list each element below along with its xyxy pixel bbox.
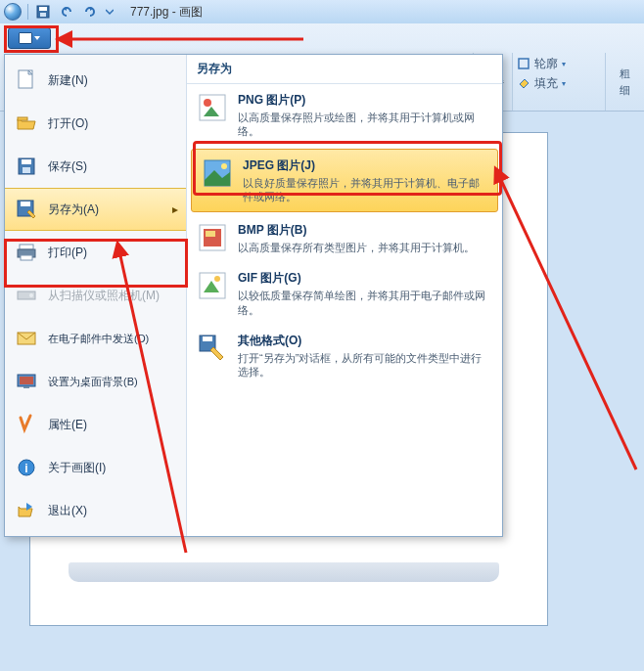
menu-scanner-label: 从扫描仪或照相机(M): [48, 288, 160, 304]
file-menu-right: 另存为 PNG 图片(P) 以高质量保存照片或绘图，并将其用于计算机或网络。 J…: [187, 55, 502, 536]
saveas-icon: [15, 198, 38, 221]
svg-point-25: [221, 163, 227, 169]
svg-rect-5: [18, 117, 27, 120]
submenu-other-desc: 打开“另存为”对话框，从所有可能的文件类型中进行选择。: [238, 351, 492, 380]
submenu-png-desc: 以高质量保存照片或绘图，并将其用于计算机或网络。: [238, 111, 492, 139]
svg-point-15: [29, 293, 33, 297]
submenu-title: 另存为: [187, 55, 502, 84]
annotation-arrow-jpeg: [480, 166, 644, 482]
file-menu: 新建(N) 打开(O) 保存(S) 另存为(A) 打印(P): [4, 54, 503, 537]
submenu-jpeg-title: JPEG 图片(J): [243, 157, 487, 174]
submenu-bmp-title: BMP 图片(B): [238, 222, 492, 239]
qat-customize-caret[interactable]: [105, 3, 115, 21]
svg-rect-7: [22, 159, 31, 164]
open-icon: [15, 112, 38, 135]
menu-email-label: 在电子邮件中发送(D): [48, 332, 149, 346]
menu-open[interactable]: 打开(O): [5, 102, 186, 145]
print-icon: [15, 241, 38, 264]
svg-line-35: [499, 176, 636, 470]
menu-about-label: 关于画图(I): [48, 460, 106, 476]
svg-rect-32: [203, 336, 212, 341]
svg-rect-1: [39, 7, 47, 11]
thickness-label-1: 粗: [620, 67, 630, 81]
submenu-other-title: 其他格式(O): [238, 333, 492, 349]
about-icon: i: [15, 456, 38, 479]
menu-saveas[interactable]: 另存为(A): [5, 188, 186, 231]
canvas-content-bottom: [69, 562, 499, 582]
submenu-png-title: PNG 图片(P): [238, 92, 492, 109]
submenu-other[interactable]: 其他格式(O) 打开“另存为”对话框，从所有可能的文件类型中进行选择。: [187, 325, 502, 387]
fill-icon: [517, 76, 530, 90]
bmp-icon: [197, 222, 228, 253]
svg-rect-10: [21, 201, 30, 206]
menu-wallpaper[interactable]: 设置为桌面背景(B): [5, 360, 186, 403]
menu-properties[interactable]: 属性(E): [5, 403, 186, 446]
exit-icon: [15, 499, 38, 522]
gif-icon: [197, 270, 228, 301]
scanner-icon: [15, 284, 38, 307]
menu-new-label: 新建(N): [48, 72, 88, 89]
menu-print[interactable]: 打印(P): [5, 231, 186, 274]
titlebar: 777.jpg - 画图: [0, 0, 644, 23]
outline-icon: [517, 57, 530, 70]
fill-label: 填充: [534, 75, 558, 92]
svg-rect-28: [206, 231, 215, 237]
file-tab-icon: [19, 32, 32, 44]
svg-point-23: [204, 99, 211, 107]
submenu-png[interactable]: PNG 图片(P) 以高质量保存照片或绘图，并将其用于计算机或网络。: [187, 84, 502, 147]
svg-rect-2: [40, 13, 46, 17]
svg-point-30: [214, 276, 220, 282]
submenu-gif-title: GIF 图片(G): [238, 270, 492, 287]
qat-redo-button[interactable]: [81, 3, 99, 21]
menu-properties-label: 属性(E): [48, 417, 87, 433]
separator: [27, 4, 28, 20]
submenu-bmp[interactable]: BMP 图片(B) 以高质量保存所有类型图片，并将其用于计算机。: [187, 214, 502, 262]
menu-email[interactable]: 在电子邮件中发送(D): [5, 317, 186, 360]
email-icon: [15, 327, 38, 350]
svg-rect-18: [20, 377, 33, 384]
wallpaper-icon: [15, 370, 38, 393]
menu-print-label: 打印(P): [48, 245, 87, 261]
new-icon: [15, 68, 38, 92]
menu-save[interactable]: 保存(S): [5, 145, 186, 188]
submenu-bmp-desc: 以高质量保存所有类型图片，并将其用于计算机。: [238, 241, 492, 254]
other-icon: [197, 333, 228, 364]
file-menu-left: 新建(N) 打开(O) 保存(S) 另存为(A) 打印(P): [5, 55, 187, 536]
svg-rect-11: [20, 245, 33, 249]
svg-rect-3: [519, 59, 529, 68]
menu-new[interactable]: 新建(N): [5, 59, 186, 102]
svg-text:i: i: [24, 462, 27, 475]
caret-icon: ▾: [562, 60, 566, 68]
menu-exit[interactable]: 退出(X): [5, 489, 186, 532]
menu-save-label: 保存(S): [48, 158, 87, 175]
caret-icon: ▾: [562, 79, 566, 88]
fill-button[interactable]: 填充 ▾: [517, 74, 601, 92]
window-title: 777.jpg - 画图: [130, 4, 203, 21]
thickness-label-2: 细: [620, 83, 630, 98]
svg-rect-8: [23, 167, 30, 173]
svg-rect-13: [21, 255, 32, 260]
menu-scanner: 从扫描仪或照相机(M): [5, 274, 186, 317]
svg-rect-19: [23, 386, 29, 388]
submenu-jpeg-desc: 以良好质量保存照片，并将其用于计算机、电子邮件或网络。: [243, 176, 487, 204]
ribbon-group-thickness: 粗 细: [605, 53, 644, 111]
png-icon: [197, 92, 228, 123]
menu-wallpaper-label: 设置为桌面背景(B): [48, 375, 138, 389]
qat-save-button[interactable]: [34, 3, 52, 21]
menu-about[interactable]: i 关于画图(I): [5, 446, 186, 489]
save-icon: [15, 155, 38, 178]
svg-rect-22: [200, 95, 225, 120]
submenu-gif-desc: 以较低质量保存简单绘图，并将其用于电子邮件或网络。: [238, 289, 492, 317]
properties-icon: [15, 413, 38, 436]
paint-orb-icon[interactable]: [4, 3, 22, 21]
menu-open-label: 打开(O): [48, 115, 88, 132]
outline-button[interactable]: 轮廓 ▾: [517, 55, 601, 72]
submenu-gif[interactable]: GIF 图片(G) 以较低质量保存简单绘图，并将其用于电子邮件或网络。: [187, 262, 502, 325]
menu-saveas-label: 另存为(A): [48, 201, 99, 218]
file-tab-button[interactable]: [8, 27, 51, 49]
submenu-jpeg[interactable]: JPEG 图片(J) 以良好质量保存照片，并将其用于计算机、电子邮件或网络。: [191, 149, 498, 213]
menu-exit-label: 退出(X): [48, 503, 87, 519]
ribbon-group-shapes: 轮廓 ▾ 填充 ▾: [512, 53, 605, 111]
qat-undo-button[interactable]: [58, 3, 75, 21]
jpeg-icon: [202, 157, 233, 189]
